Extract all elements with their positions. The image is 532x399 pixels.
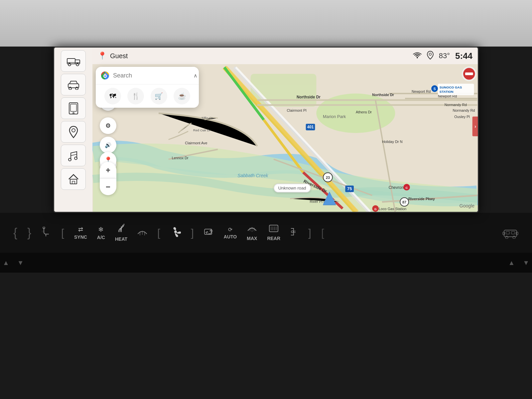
search-collapse-button[interactable]: ∧: [194, 72, 198, 79]
svg-text:Riverside Pkwy: Riverside Pkwy: [408, 197, 435, 201]
search-bar[interactable]: ∧: [96, 67, 199, 84]
defrost-control[interactable]: [137, 228, 147, 238]
svg-rect-16: [72, 181, 75, 184]
right-bracket-3: ]: [191, 227, 194, 238]
sidebar-item-car[interactable]: [61, 74, 86, 95]
left-bracket-3: [: [157, 227, 160, 238]
bottom-nav-strip: ▲ ▼ ▲ ▼: [0, 253, 532, 273]
recirc-control[interactable]: [204, 228, 214, 238]
google-watermark: Google: [460, 203, 474, 208]
svg-rect-15: [70, 179, 77, 184]
svg-point-91: [291, 231, 293, 233]
svg-text:SUNOCO GAS: SUNOCO GAS: [440, 85, 462, 89]
search-categories: 🗺 🍴 🛒 ☕: [96, 84, 199, 108]
svg-line-14: [71, 154, 77, 156]
header-right: 83° 5:44: [413, 51, 472, 61]
svg-text:Tiffin Ct: Tiffin Ct: [201, 116, 213, 120]
left-bracket-2: [: [61, 227, 64, 238]
header-left: 📍 Guest: [98, 52, 128, 60]
auto-label: AUTO: [224, 234, 237, 239]
time-display: 5:44: [455, 51, 472, 61]
svg-rect-97: [506, 231, 509, 234]
right-bracket-4: ]: [308, 227, 311, 238]
rear-label: REAR: [267, 236, 280, 241]
svg-text:Normandy Rd: Normandy Rd: [445, 103, 467, 107]
volume-button[interactable]: 🔊: [100, 137, 116, 153]
svg-rect-19: [251, 74, 317, 107]
zoom-in-button[interactable]: +: [100, 162, 116, 179]
nav-up-arrow[interactable]: ▲: [0, 258, 12, 268]
ac-label: A/C: [97, 235, 105, 240]
svg-text:S: S: [433, 87, 436, 91]
zoom-out-button[interactable]: −: [100, 179, 116, 195]
map-area: Sabbath Creek Northside Dr Northside Dr …: [92, 48, 478, 212]
svg-text:23: 23: [326, 176, 330, 180]
svg-text:Ousley Pl: Ousley Pl: [454, 115, 469, 119]
max-control[interactable]: MAX: [247, 224, 257, 241]
heat-control[interactable]: HEAT: [115, 224, 127, 242]
nav-up-arrow-2[interactable]: ▲: [505, 258, 517, 268]
svg-text:Sabbath Creek: Sabbath Creek: [237, 173, 268, 178]
svg-text:Chevron: Chevron: [389, 185, 404, 190]
category-shopping[interactable]: 🛒: [151, 88, 167, 104]
sync-control[interactable]: ⇄ SYNC: [74, 226, 87, 240]
rear-control[interactable]: REAR: [267, 224, 280, 241]
svg-text:STATION: STATION: [440, 90, 454, 93]
max-label: MAX: [247, 236, 257, 241]
svg-text:›: ›: [474, 124, 476, 129]
svg-text:Newport Rd: Newport Rd: [412, 89, 431, 93]
rear-view-control[interactable]: [502, 227, 519, 239]
svg-text:Lennox Dr: Lennox Dr: [172, 156, 189, 160]
left-bracket-1: {: [13, 227, 17, 239]
right-bracket-1: }: [27, 227, 31, 239]
fan-control[interactable]: [170, 226, 181, 239]
extra-control-1[interactable]: [290, 227, 298, 238]
sidebar-item-tablet[interactable]: [61, 97, 86, 119]
ac-control[interactable]: ❄ A/C: [97, 225, 105, 240]
category-food[interactable]: 🍴: [127, 88, 144, 104]
svg-text:75: 75: [347, 186, 352, 191]
google-maps-logo: [100, 71, 110, 80]
main-screen: Sabbath Creek Northside Dr Northside Dr …: [53, 47, 479, 213]
svg-point-11: [72, 129, 75, 132]
svg-text:401: 401: [307, 125, 314, 129]
category-explore[interactable]: 🗺: [104, 88, 121, 104]
location-header-icon: [427, 51, 434, 61]
map-header: 📍 Guest: [92, 48, 478, 64]
svg-text:Clairmont Pl: Clairmont Pl: [287, 108, 306, 112]
sidebar-item-truck[interactable]: [61, 50, 86, 72]
temperature-display: 83°: [439, 52, 450, 60]
user-label: Guest: [110, 52, 128, 60]
svg-point-67: [429, 53, 431, 55]
seat-control[interactable]: [41, 227, 51, 239]
auto-control[interactable]: ⟳ AUTO: [224, 226, 237, 239]
svg-rect-61: [465, 72, 473, 75]
search-panel: ∧ 🗺 🍴 🛒 ☕: [96, 67, 199, 108]
sidebar-item-location[interactable]: [61, 121, 86, 143]
sidebar-item-home[interactable]: [61, 168, 86, 190]
svg-text:G: G: [374, 207, 377, 211]
unknown-road-badge: Unknown road: [274, 184, 311, 193]
svg-rect-98: [511, 231, 515, 234]
svg-text:Holiday Dr N: Holiday Dr N: [382, 140, 403, 144]
svg-text:Red Oak Dr: Red Oak Dr: [193, 128, 211, 132]
wifi-icon: [413, 52, 422, 60]
svg-text:Clairmont Ave: Clairmont Ave: [185, 141, 207, 145]
svg-point-66: [417, 57, 418, 58]
settings-button[interactable]: ⚙: [100, 117, 116, 134]
svg-rect-87: [269, 225, 278, 232]
svg-point-9: [73, 112, 74, 114]
category-coffee[interactable]: ☕: [174, 88, 190, 104]
search-input[interactable]: [113, 72, 190, 79]
sidebar-item-music[interactable]: [61, 145, 86, 166]
svg-text:Northside Dr: Northside Dr: [372, 93, 394, 97]
sidebar: [54, 48, 92, 212]
svg-text:C: C: [405, 186, 408, 190]
nav-down-arrow[interactable]: ▼: [15, 258, 27, 268]
sync-label: SYNC: [74, 234, 87, 240]
nav-down-arrow-2[interactable]: ▼: [520, 258, 532, 268]
svg-text:Marion Park: Marion Park: [323, 114, 346, 119]
svg-rect-10: [70, 104, 76, 111]
zoom-controls: + −: [100, 162, 116, 195]
map-pin-icon: 📍: [98, 52, 107, 60]
